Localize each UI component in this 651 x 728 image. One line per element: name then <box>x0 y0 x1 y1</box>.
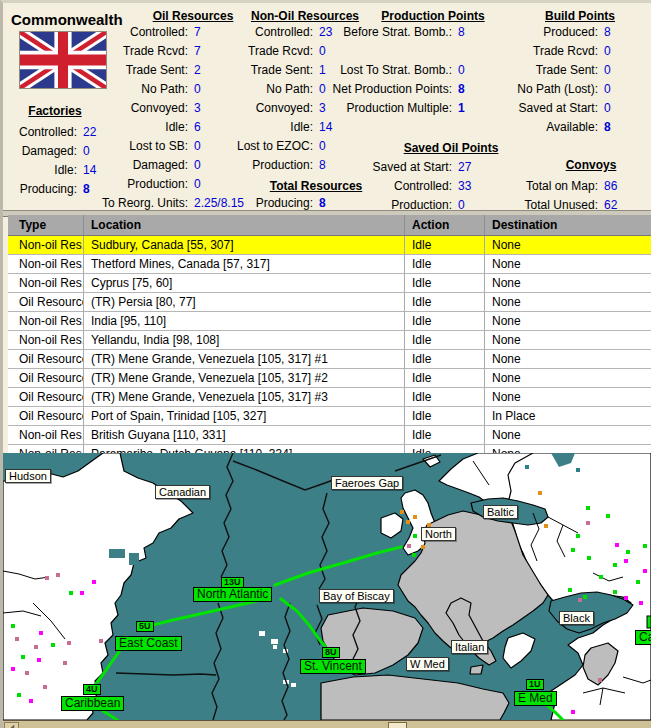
stat-value: 22 <box>83 125 96 139</box>
sea-zone-label: Hudson <box>5 469 51 483</box>
map-unit-dot <box>99 639 103 643</box>
map-unit-dot <box>421 545 425 549</box>
stat-value: 8 <box>458 82 465 96</box>
map-unit-dot <box>576 468 580 472</box>
stat-value: 14 <box>319 120 332 134</box>
cell-destination: None <box>485 236 651 255</box>
stat-label: Net Production Points: <box>333 82 452 96</box>
cell-location: (TR) Mene Grande, Venezuela [105, 317] #… <box>84 388 405 407</box>
column-header-destination[interactable]: Destination <box>485 215 651 236</box>
map-unit-dot <box>639 601 643 605</box>
column-header-location[interactable]: Location <box>84 215 405 236</box>
stat-label: Lost To Strat. Bomb.: <box>340 63 452 77</box>
table-row[interactable]: Oil Resource(TR) Mene Grande, Venezuela … <box>8 369 651 388</box>
map-unit-dot <box>586 521 590 525</box>
heading-non_oil: Non-Oil Resources <box>251 9 359 23</box>
stat-value: 0 <box>458 63 465 77</box>
stat-label: No Path (Lost): <box>517 82 598 96</box>
map-unit-dot <box>15 637 19 641</box>
map-unit-dot <box>578 598 582 602</box>
convoy-route-label: North Atlantic <box>193 587 272 602</box>
map-canvas[interactable] <box>3 453 651 720</box>
cell-location: Cyprus [75, 60] <box>84 274 405 293</box>
map-unit-dot <box>51 643 55 647</box>
stat-label: Convoyed: <box>131 101 188 115</box>
cell-type: Oil Resource <box>8 369 84 388</box>
horizontal-scrollbar[interactable]: ◢ <box>3 720 651 728</box>
table-row[interactable]: Non-oil Res.Thetford Mines, Canada [57, … <box>8 255 651 274</box>
convoy-route-label: Caribbean <box>61 696 124 711</box>
stat-label: Lost to EZOC: <box>237 139 313 153</box>
stat-value: 8 <box>458 25 465 39</box>
map-unit-dot <box>583 595 587 599</box>
table-row[interactable]: Non-oil Res.Cyprus [75, 60]IdleNone <box>8 274 651 293</box>
map-unit-dot <box>538 491 542 495</box>
stat-label: Producing: <box>256 196 313 210</box>
map-unit-dot <box>615 543 619 547</box>
cell-destination: In Place <box>485 407 651 426</box>
stats-panel: Commonwealth FactoriesControlled:22Damag… <box>3 3 651 210</box>
strategic-map[interactable]: HudsonCanadianFaeroes GapBalticNorthBay … <box>3 453 651 720</box>
stat-value: 3 <box>319 101 326 115</box>
cell-location: (TR) Persia [80, 77] <box>84 293 405 312</box>
map-unit-dot <box>67 641 71 645</box>
map-unit-dot <box>624 559 628 563</box>
convoy-route-label: East Coast <box>115 636 182 651</box>
heading-build-sub: Convoys <box>566 158 617 172</box>
map-unit-dot <box>643 569 647 573</box>
column-header-action[interactable]: Action <box>405 215 485 236</box>
convoy-route-label: Ca <box>635 630 651 645</box>
table-row[interactable]: Non-oil Res.Yellandu, India [98, 108]Idl… <box>8 331 651 350</box>
cell-type: Oil Resource <box>8 350 84 369</box>
stat-label: Saved at Start: <box>519 101 598 115</box>
stat-value: 8 <box>319 196 326 210</box>
convoy-count-badge: 1U <box>526 679 544 690</box>
map-unit-dot <box>571 710 575 714</box>
cell-destination: None <box>485 312 651 331</box>
map-unit-dot <box>544 524 548 528</box>
cell-location: (TR) Mene Grande, Venezuela [105, 317] #… <box>84 350 405 369</box>
stat-label: Trade Sent: <box>536 63 598 77</box>
map-unit-dot <box>412 553 416 557</box>
map-unit-dot <box>427 523 431 527</box>
table-row[interactable]: Oil Resource(TR) Persia [80, 77]IdleNone <box>8 293 651 312</box>
map-unit-dot <box>613 590 617 594</box>
stat-value: 0 <box>319 139 326 153</box>
stat-label: Controlled: <box>130 25 188 39</box>
stat-value: 2 <box>194 63 201 77</box>
cell-action: Idle <box>405 331 485 350</box>
table-row[interactable]: Oil Resource(TR) Mene Grande, Venezuela … <box>8 350 651 369</box>
cell-location: British Guyana [110, 331] <box>84 426 405 445</box>
convoy-count-badge: 5U <box>136 621 154 632</box>
table-row[interactable]: Oil ResourcePort of Spain, Trinidad [105… <box>8 407 651 426</box>
cell-type: Non-oil Res. <box>8 426 84 445</box>
table-row[interactable]: Non-oil Res.British Guyana [110, 331]Idl… <box>8 426 651 445</box>
map-unit-dot <box>606 514 610 518</box>
map-unit-dot <box>406 520 410 524</box>
cell-destination: None <box>485 388 651 407</box>
map-unit-dot <box>400 510 404 514</box>
stat-value: 0 <box>604 101 611 115</box>
column-header-type[interactable]: Type <box>8 215 84 236</box>
stat-value: 3 <box>194 101 201 115</box>
stat-label: Controlled: <box>394 179 452 193</box>
stat-label: Total on Map: <box>526 179 598 193</box>
cell-type: Oil Resource <box>8 407 84 426</box>
cell-action: Idle <box>405 369 485 388</box>
table-row[interactable]: Non-oil Res.Sudbury, Canada [55, 307]Idl… <box>8 236 651 255</box>
cell-destination: None <box>485 331 651 350</box>
cell-destination: None <box>485 350 651 369</box>
cell-type: Non-oil Res. <box>8 312 84 331</box>
map-unit-dot <box>92 580 96 584</box>
map-unit-dot <box>571 548 575 552</box>
heading-production: Production Points <box>381 9 484 23</box>
cell-location: Thetford Mines, Canada [57, 317] <box>84 255 405 274</box>
table-row[interactable]: Non-oil Res.India [95, 110]IdleNone <box>8 312 651 331</box>
table-row[interactable]: Oil Resource(TR) Mene Grande, Venezuela … <box>8 388 651 407</box>
stat-value: 0 <box>319 82 326 96</box>
stat-value: 7 <box>194 25 201 39</box>
map-unit-dot <box>25 671 29 675</box>
map-unit-dot <box>626 550 630 554</box>
scrollbar-corner-button[interactable]: ◢ <box>4 722 19 728</box>
scrollbar-thumb[interactable] <box>388 722 407 728</box>
